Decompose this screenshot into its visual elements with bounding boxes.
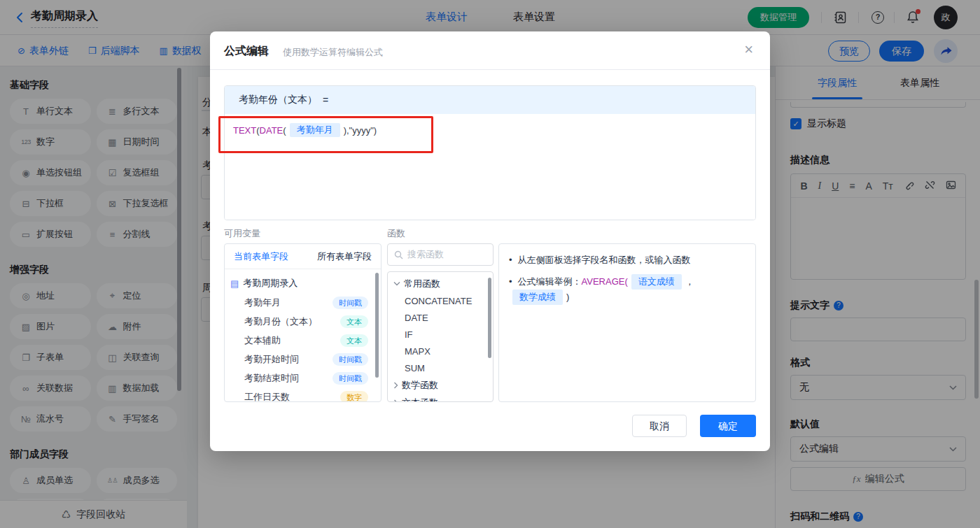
modal-title: 公式编辑 (224, 44, 269, 59)
function-group-label: 文本函数 (402, 397, 438, 403)
function-item[interactable]: CONCATENATE (388, 292, 493, 309)
chevron-down-icon (393, 281, 400, 286)
example-field-chip: 语文成绩 (631, 274, 682, 290)
function-search-box[interactable]: 搜索函数 (387, 243, 493, 266)
formula-target: 考勤年份（文本） (239, 94, 317, 106)
help-line-2: • 公式编辑举例： AVERAGE( 语文成绩 ， 数学成绩 ) (509, 274, 746, 305)
variable-field[interactable]: 考勤结束时间时间戳 (230, 369, 375, 387)
chevron-right-icon (393, 382, 398, 389)
field-chip[interactable]: 考勤年月 (290, 123, 340, 137)
variable-field-name: 考勤结束时间 (244, 372, 299, 385)
field-type-badge: 时间戳 (332, 372, 368, 385)
chevron-right-icon (393, 399, 398, 403)
variable-field-name: 考勤开始时间 (244, 353, 299, 366)
function-token: TEXT (233, 125, 256, 136)
function-group-expanded[interactable]: 常用函数 (388, 275, 493, 292)
bullet: • (509, 275, 512, 289)
tab-all-form-fields[interactable]: 所有表单字段 (317, 250, 372, 263)
formula-editor[interactable]: TEXT(DATE(考勤年月),"yyyy") (225, 114, 755, 220)
functions-label: 函数 (387, 227, 405, 240)
formula-token: ( (283, 125, 286, 136)
modal-subtitle: 使用数学运算符编辑公式 (283, 46, 383, 59)
example-function: AVERAGE( (582, 275, 628, 289)
formula-edit-modal: 公式编辑 使用数学运算符编辑公式 × 考勤年份（文本） = TEXT(DATE(… (210, 31, 770, 451)
field-type-badge: 文本 (340, 334, 368, 347)
function-group-collapsed[interactable]: 数学函数 (388, 376, 493, 394)
variable-field[interactable]: 工作日天数数字 (230, 387, 375, 402)
function-item[interactable]: MAPX (388, 343, 493, 359)
field-type-badge: 时间戳 (332, 353, 368, 366)
modal-header: 公式编辑 使用数学运算符编辑公式 × (210, 31, 770, 70)
formula-target-bar: 考勤年份（文本） = (225, 86, 755, 114)
function-group-collapsed[interactable]: 文本函数 (388, 394, 493, 402)
app-window: 考勤周期录入 表单设计 表单设置 数据管理 ? 政 ⊘表单外链❒后端脚本▥数据权… (0, 0, 980, 528)
example-field-chip: 数学成绩 (512, 290, 563, 305)
function-group-label: 数学函数 (402, 379, 438, 392)
variable-field[interactable]: 文本辅助文本 (230, 331, 375, 350)
variable-field-name: 文本辅助 (244, 334, 281, 347)
variables-list: ▤ 考勤周期录入 考勤年月时间戳考勤月份（文本）文本文本辅助文本考勤开始时间时间… (225, 269, 381, 402)
formula-token: "yyyy" (349, 125, 374, 136)
formula-block: 考勤年份（文本） = TEXT(DATE(考勤年月),"yyyy") (224, 85, 756, 220)
variables-label: 可用变量 (224, 227, 260, 240)
function-list: 常用函数CONCATENATEDATEIFMAPXSUM数学函数文本函数 (387, 271, 493, 402)
equals-sign: = (323, 94, 328, 106)
help-line-1: • 从左侧面板选择字段名和函数，或输入函数 (509, 253, 746, 267)
variable-field-name: 考勤年月 (244, 297, 281, 309)
function-token: DATE (260, 125, 284, 136)
field-type-badge: 文本 (340, 315, 368, 328)
function-item[interactable]: DATE (388, 309, 493, 326)
close-icon[interactable]: × (744, 41, 753, 59)
variables-tabs: 当前表单字段 所有表单字段 (225, 244, 381, 269)
field-type-badge: 数字 (340, 391, 368, 403)
variable-field[interactable]: 考勤开始时间时间戳 (230, 350, 375, 369)
form-root-label: 考勤周期录入 (243, 277, 298, 290)
search-placeholder: 搜索函数 (407, 248, 444, 261)
variable-field[interactable]: 考勤月份（文本）文本 (230, 312, 375, 331)
confirm-button[interactable]: 确定 (700, 415, 756, 437)
document-icon: ▤ (230, 278, 239, 289)
tab-current-form-fields[interactable]: 当前表单字段 (234, 250, 288, 263)
form-root-node[interactable]: ▤ 考勤周期录入 (230, 273, 375, 293)
bullet: • (509, 253, 512, 267)
formula-token: ), (344, 125, 349, 136)
variables-scrollbar[interactable] (375, 273, 379, 378)
search-icon (394, 250, 403, 259)
formula-help-panel: • 从左侧面板选择字段名和函数，或输入函数 • 公式编辑举例： AVERAGE(… (498, 243, 756, 402)
variable-field[interactable]: 考勤年月时间戳 (230, 293, 375, 312)
variable-field-name: 工作日天数 (244, 391, 290, 403)
field-type-badge: 时间戳 (332, 297, 368, 309)
variables-panel: 当前表单字段 所有表单字段 ▤ 考勤周期录入 考勤年月时间戳考勤月份（文本）文本… (224, 243, 382, 402)
cancel-button[interactable]: 取消 (632, 415, 687, 437)
function-item[interactable]: IF (388, 326, 493, 343)
function-item[interactable]: SUM (388, 359, 493, 376)
function-group-label: 常用函数 (404, 278, 440, 290)
variable-field-name: 考勤月份（文本） (244, 315, 317, 328)
formula-token: ) (374, 125, 377, 136)
function-list-scrollbar[interactable] (488, 278, 491, 358)
